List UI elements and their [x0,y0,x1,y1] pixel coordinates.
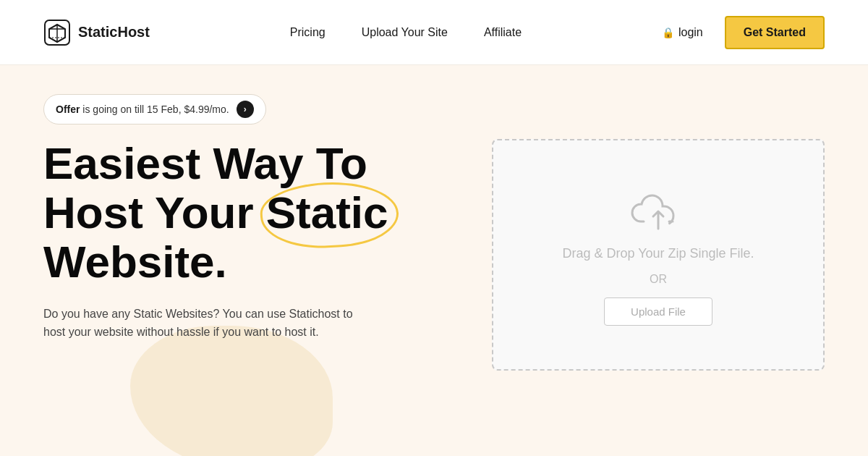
lock-icon: 🔒 [662,27,674,38]
hero-circled-word: Static [266,188,388,237]
main-content: Offer is going on till 15 Feb, $4.99/mo.… [0,65,868,456]
login-link[interactable]: 🔒 login [662,26,703,39]
hero-line2-prefix: Host Your [43,187,266,237]
upload-or-text: OR [650,273,667,286]
get-started-button[interactable]: Get Started [725,16,825,49]
logo-text: StaticHost [78,24,150,41]
nav-affiliate[interactable]: Affiliate [484,26,522,39]
offer-badge[interactable]: Offer is going on till 15 Feb, $4.99/mo.… [43,94,266,124]
offer-rest: is going on till 15 Feb, $4.99/mo. [80,104,229,115]
nav-upload[interactable]: Upload Your Site [362,26,448,39]
hero-line1: Easiest Way To [43,138,367,188]
hero-subtext: Do you have any Static Websites? You can… [43,305,376,342]
offer-arrow-icon[interactable]: › [237,101,254,118]
upload-dropzone[interactable]: Drag & Drop Your Zip Single File. OR Upl… [492,139,825,371]
logo-icon [43,19,71,46]
hero-line2: Host Your Static [43,187,388,237]
upload-file-button[interactable]: Upload File [604,297,712,326]
hero-heading: Easiest Way To Host Your Static Website. [43,139,463,287]
upload-drag-text: Drag & Drop Your Zip Single File. [562,246,754,261]
logo[interactable]: StaticHost [43,19,150,46]
main-nav: Pricing Upload Your Site Affiliate [290,26,522,39]
offer-bold: Offer [56,104,80,115]
login-label: login [678,26,703,39]
offer-text: Offer is going on till 15 Feb, $4.99/mo. [56,104,229,115]
hero-line3: Website. [43,237,227,287]
nav-pricing[interactable]: Pricing [290,26,326,39]
content-row: Easiest Way To Host Your Static Website.… [43,139,825,371]
cloud-upload-icon [629,184,687,235]
header-right: 🔒 login Get Started [662,16,825,49]
left-column: Easiest Way To Host Your Static Website.… [43,139,463,342]
header: StaticHost Pricing Upload Your Site Affi… [0,0,868,65]
